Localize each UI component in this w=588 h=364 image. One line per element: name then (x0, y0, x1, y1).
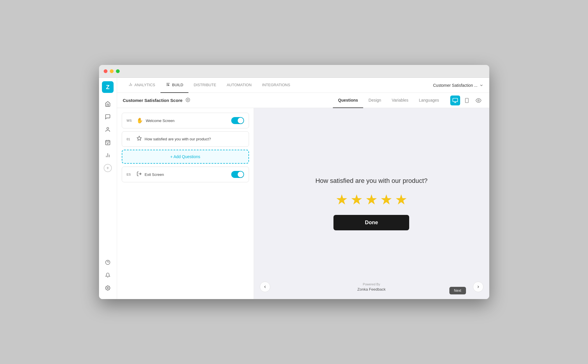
tab-automation-label: AUTOMATION (227, 83, 251, 87)
tab-build-label: BUILD (172, 83, 183, 87)
exit-badge: ES (127, 173, 134, 176)
svg-point-19 (187, 99, 188, 100)
icon-sidebar: Z (99, 78, 117, 299)
survey-settings-icon[interactable] (186, 98, 190, 103)
subtab-languages[interactable]: Languages (414, 93, 444, 108)
survey-selector[interactable]: Customer Satisfaction ... (433, 83, 483, 88)
tab-distribute[interactable]: DISTRIBUTE (188, 78, 221, 93)
sidebar-item-tasks[interactable] (103, 137, 113, 148)
title-bar (99, 65, 489, 78)
maximize-button[interactable] (116, 69, 120, 73)
question-1-item[interactable]: 01 How satisfied are you with our produc… (122, 131, 249, 147)
done-button[interactable]: Done (333, 215, 409, 230)
survey-title: Customer Satisfaction Score (123, 98, 183, 103)
svg-rect-20 (453, 98, 458, 102)
exit-toggle[interactable] (231, 171, 244, 178)
minimize-button[interactable] (110, 69, 114, 73)
exit-text: Exit Screen (145, 172, 228, 177)
sidebar-item-notifications[interactable] (103, 270, 113, 280)
sidebar-bottom (103, 257, 113, 296)
star-2[interactable]: ★ (350, 193, 363, 207)
traffic-lights (104, 69, 120, 73)
svg-point-0 (107, 128, 109, 130)
next-arrow[interactable] (473, 282, 483, 292)
sidebar-item-help[interactable] (103, 257, 113, 268)
welcome-badge: WS (127, 119, 134, 122)
survey-name-label: Customer Satisfaction ... (433, 83, 478, 88)
q1-text: How satisfied are you with our product? (145, 137, 244, 141)
subtab-variables[interactable]: Variables (386, 93, 414, 108)
brand-label: Zonka Feedback (357, 287, 386, 292)
svg-point-10 (107, 287, 109, 289)
welcome-text: Welcome Screen (146, 119, 228, 123)
preview-button[interactable] (474, 96, 483, 105)
sidebar-item-feedback[interactable] (103, 112, 113, 122)
preview-content: How satisfied are you with our product? … (315, 177, 428, 230)
analytics-icon (128, 82, 133, 88)
prev-arrow[interactable] (260, 282, 270, 292)
powered-by-label: Powered By (357, 282, 386, 287)
sidebar-item-settings[interactable] (103, 283, 113, 293)
survey-title-area: Customer Satisfaction Score (123, 98, 333, 103)
star-rating: ★ ★ ★ ★ ★ (336, 193, 407, 207)
top-nav: ANALYTICS BUILD DISTRIBUTE (117, 78, 489, 93)
welcome-screen-item[interactable]: WS ✋ Welcome Screen (122, 113, 249, 128)
q1-badge: 01 (127, 137, 134, 141)
welcome-toggle[interactable] (231, 117, 244, 124)
sidebar-item-contacts[interactable] (103, 124, 113, 135)
exit-screen-item[interactable]: ES Exit Screen (122, 167, 249, 182)
tab-analytics-label: ANALYTICS (135, 83, 155, 87)
powered-by: Powered By Zonka Feedback (357, 282, 386, 292)
nav-tabs: ANALYTICS BUILD DISTRIBUTE (123, 78, 433, 93)
tab-analytics[interactable]: ANALYTICS (123, 78, 160, 93)
svg-point-25 (478, 100, 479, 101)
tab-integrations[interactable]: INTEGRATIONS (257, 78, 296, 93)
sub-tabs: Questions Design Variables Languages (333, 93, 444, 108)
view-icons (450, 96, 483, 105)
subtab-questions[interactable]: Questions (333, 93, 363, 108)
star-1[interactable]: ★ (336, 193, 348, 207)
desktop-view-button[interactable] (450, 96, 460, 105)
tab-build[interactable]: BUILD (160, 78, 188, 93)
content-area: WS ✋ Welcome Screen 01 How satis (117, 108, 489, 299)
preview-panel: How satisfied are you with our product? … (254, 108, 489, 299)
tab-distribute-label: DISTRIBUTE (194, 83, 216, 87)
star-5[interactable]: ★ (395, 193, 407, 207)
svg-rect-1 (106, 140, 110, 145)
app-body: Z (99, 78, 489, 299)
questions-panel: WS ✋ Welcome Screen 01 How satis (117, 108, 254, 299)
tab-integrations-label: INTEGRATIONS (262, 83, 290, 87)
mobile-view-button[interactable] (462, 96, 472, 105)
app-logo[interactable]: Z (102, 81, 114, 93)
main-content: ANALYTICS BUILD DISTRIBUTE (117, 78, 489, 299)
add-workspace-button[interactable]: + (104, 164, 112, 172)
exit-icon (137, 171, 142, 178)
star-4[interactable]: ★ (380, 193, 393, 207)
star-3[interactable]: ★ (365, 193, 378, 207)
sub-header: Customer Satisfaction Score Questions De… (117, 93, 489, 108)
close-button[interactable] (104, 69, 107, 73)
preview-next-button[interactable]: Next (449, 287, 466, 294)
build-icon (166, 82, 170, 88)
sidebar-item-home[interactable] (103, 99, 113, 109)
mac-window: Z (99, 65, 489, 299)
star-outline-icon (137, 136, 142, 142)
welcome-icon: ✋ (137, 117, 143, 124)
sidebar-icons: + (103, 99, 113, 257)
preview-question-text: How satisfied are you with our product? (315, 177, 428, 185)
sidebar-item-reports[interactable] (103, 150, 113, 160)
svg-marker-26 (137, 136, 141, 140)
subtab-design[interactable]: Design (363, 93, 386, 108)
add-question-button[interactable]: + Add Questions (122, 150, 249, 164)
tab-automation[interactable]: AUTOMATION (221, 78, 257, 93)
